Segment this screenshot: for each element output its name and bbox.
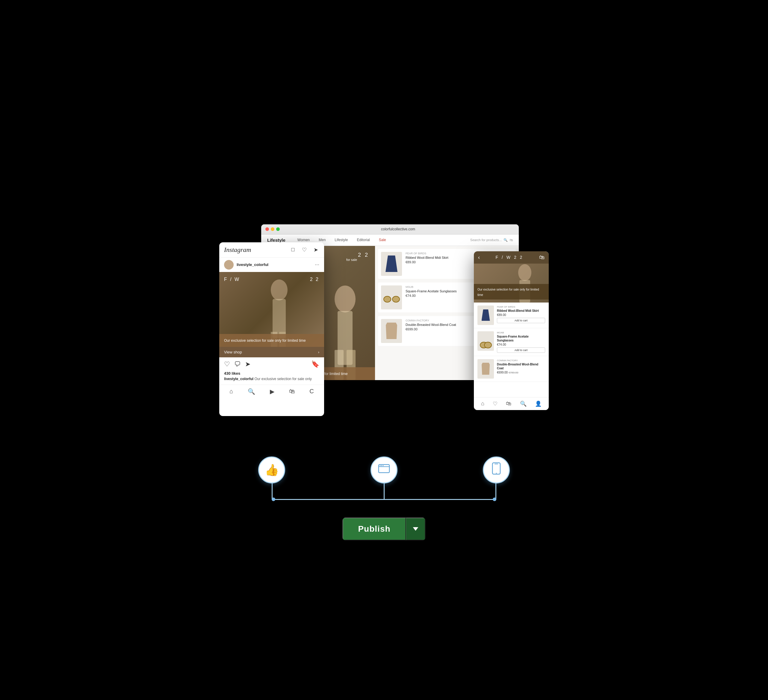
ig-reels-icon[interactable]: ▶ [270,388,274,395]
mobile-home-icon[interactable]: ⌂ [481,401,484,407]
nav-lifestyle[interactable]: Lifestyle [334,238,348,242]
nav-brand: Lifestyle [267,238,285,243]
ig-header: Instagram □ ♡ ➤ [219,242,324,257]
connector-area: 👍 [219,458,549,518]
ig-comment-icon[interactable]: 🗩 [234,360,241,368]
publish-button[interactable]: Publish [342,518,406,540]
mobile-product-info: Comma Factory Double-Breasted Wool-Blend… [497,359,545,379]
mobile-product-thumb-skirt [477,305,494,325]
mobile-product-info: Moab Square-Frame Acetate Sunglasses €74… [497,331,545,353]
mobile-header: ‹ F / W 2 2 🛍 [474,251,549,264]
mobile-add-to-cart-button[interactable]: Add to cart [497,318,545,323]
publish-dropdown-button[interactable] [406,518,426,540]
svg-rect-15 [493,463,500,474]
svg-point-17 [496,473,497,474]
mobile-profile-icon[interactable]: 👤 [535,401,542,407]
mobile-cart-icon[interactable]: 🛍 [539,254,544,261]
mobile-product-item: Moab Square-Frame Acetate Sunglasses €74… [474,328,549,356]
browser-search[interactable]: Search for products... 🔍 🛍 [470,238,513,242]
connector-horizontal [272,499,496,500]
search-icon[interactable]: 🔍 [504,238,508,242]
mobile-hero: Our exclusive selection for sale only fo… [474,264,549,302]
browser-url: colorfulcollective.com [288,227,509,231]
mobile-add-to-cart-button[interactable]: Add to cart [497,347,545,353]
mobile-fw-label: F / W 2 2 [496,255,523,260]
ig-likes: 430 likes [219,371,324,377]
channel-mobile-circle[interactable] [483,457,510,483]
mobile-brand: Comma Factory [497,359,545,362]
search-placeholder: Search for products... [470,238,502,242]
ig-avatar [224,260,234,270]
ig-fw-label: F / W [224,277,240,282]
ig-view-shop[interactable]: View shop › [219,347,324,357]
mobile-search-icon[interactable]: 🔍 [520,401,526,407]
ig-add-icon[interactable]: □ [290,246,296,253]
svg-point-13 [381,465,382,466]
nav-men[interactable]: Men [319,238,326,242]
svg-point-14 [383,465,384,466]
ig-caption-overlay: Our exclusive selection for sale only fo… [219,334,324,347]
ig-caption-preview: Our exclusive selection for sale only [254,377,312,381]
ig-caption-text: Our exclusive selection for sale only fo… [224,339,306,343]
mobile-product-item: Comma Factory Double-Breasted Wool-Blend… [474,356,549,382]
mobile-product-thumb-coat [477,359,494,379]
mobile-brand: Fear of Birds [497,305,545,308]
ig-bottom-nav: ⌂ 🔍 ▶ 🛍 C [219,385,324,398]
mobile-heart-icon[interactable]: ♡ [493,401,498,407]
cart-icon[interactable]: 🛍 [509,238,513,242]
product-thumb-coat [381,319,402,343]
ig-profile-icon[interactable]: C [309,388,314,395]
mobile-back-icon[interactable]: ‹ [478,254,480,261]
mobile-price: €89.00 [497,313,545,316]
mobile-promo-box: Our exclusive selection for sale only fo… [474,284,549,299]
nav-editorial[interactable]: Editorial [357,238,370,242]
mobile-product-name: Double-Breasted Wool-Blend Coat [497,363,545,370]
mobile-panel: ‹ F / W 2 2 🛍 Our exclusive selection fo… [474,251,549,410]
ig-shop-nav-icon[interactable]: 🛍 [289,388,295,395]
mobile-product-item: Fear of Birds Ribbed Wool-Blend Midi Ski… [474,302,549,328]
mobile-product-thumb-sunglasses [477,331,494,351]
channel-web-circle[interactable] [371,457,397,483]
nav-women[interactable]: Women [298,238,310,242]
svg-point-12 [380,465,381,466]
ig-heart-icon[interactable]: ♡ [301,246,308,253]
ig-logo: Instagram [224,246,251,254]
browser-icon [378,463,390,476]
channel-social-circle[interactable]: 👍 [258,457,285,483]
mobile-cart-nav-icon[interactable]: 🛍 [506,401,511,407]
ig-header-icons: □ ♡ ➤ [290,246,319,253]
browser-fw-num: 2 2 [358,252,369,258]
ig-handle: livestyle_colorful [224,377,253,381]
mobile-price: €74.00 [497,343,545,346]
browser-titlebar: colorfulcollective.com [261,224,519,235]
instagram-panel: Instagram □ ♡ ➤ livestyle_colorful ··· F… [219,242,324,416]
mobile-brand: Moab [497,331,545,334]
ig-like-icon[interactable]: ♡ [224,360,230,368]
mobile-product-name: Square-Frame Acetate Sunglasses [497,334,545,342]
ig-more-icon[interactable]: ··· [315,262,319,268]
browser-dot-yellow [271,227,274,231]
ig-fw-num: 2 2 [310,277,319,282]
ig-view-shop-arrow: › [318,350,319,354]
publish-section: Publish [342,518,426,540]
mobile-sunglasses-icon [480,342,492,347]
sunglasses-icon [383,296,400,304]
svg-point-8 [518,264,531,281]
nav-sale[interactable]: Sale [379,238,386,242]
ig-bookmark-icon[interactable]: 🔖 [311,360,319,368]
browser-dot-green [276,227,280,231]
product-thumb-skirt [381,252,402,276]
ig-home-icon[interactable]: ⌂ [229,388,233,395]
mobile-promo-text: Our exclusive selection for sale only fo… [477,288,539,297]
ig-send-icon[interactable]: ➤ [312,246,319,253]
coat-icon [385,323,398,339]
mobile-skirt-icon [482,309,490,321]
ig-share-icon[interactable]: ➤ [245,360,250,368]
ig-search-nav-icon[interactable]: 🔍 [248,388,255,395]
svg-point-4 [271,280,288,300]
smartphone-icon [492,462,501,478]
product-thumb-sunglasses [381,286,402,309]
ig-username[interactable]: livestyle_colorful [237,262,312,267]
mobile-product-info: Fear of Birds Ribbed Wool-Blend Midi Ski… [497,305,545,325]
ig-caption-row: livestyle_colorful Our exclusive selecti… [219,377,324,384]
